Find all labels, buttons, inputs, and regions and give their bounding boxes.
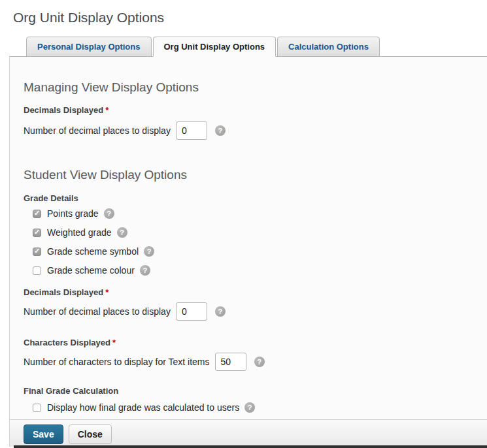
help-icon[interactable]: ? [144, 246, 154, 257]
student-decimals-label: Decimals Displayed* [24, 287, 474, 298]
help-icon[interactable]: ? [254, 357, 265, 367]
managing-decimals-label-text: Decimals Displayed [24, 105, 103, 115]
student-view-heading: Student View Display Options [24, 168, 474, 182]
characters-displayed-label: Characters Displayed* [24, 338, 474, 348]
final-grade-row: ✓ Display how final grade was calculated… [33, 400, 474, 415]
points-grade-checkbox-label[interactable]: Points grade [47, 208, 99, 219]
save-button[interactable]: Save [24, 424, 63, 444]
help-icon[interactable]: ? [215, 306, 226, 317]
tab-personal-display-options[interactable]: Personal Display Options [26, 37, 152, 57]
title-block: Org Unit Display Options Personal Displa… [0, 0, 487, 57]
required-asterisk: * [105, 287, 109, 297]
points-grade-row: ✓ Points grade ? [33, 206, 474, 221]
grade-scheme-colour-checkbox[interactable]: ✓ [33, 266, 41, 275]
tab-bar: Personal Display Options Org Unit Displa… [26, 37, 487, 57]
tab-org-unit-display-options[interactable]: Org Unit Display Options [153, 37, 277, 57]
managing-decimals-field-label: Number of decimal places to display [24, 125, 171, 136]
student-decimals-field-row: Number of decimal places to display ? [24, 302, 474, 321]
student-decimals-input[interactable] [176, 302, 207, 321]
points-grade-checkbox[interactable]: ✓ [33, 210, 41, 218]
characters-displayed-label-text: Characters Displayed [24, 338, 110, 347]
characters-field-label: Number of characters to display for Text… [24, 357, 210, 367]
final-grade-checkbox-label[interactable]: Display how final grade was calculated t… [47, 402, 239, 413]
grade-scheme-colour-row: ✓ Grade scheme colour ? [33, 263, 474, 278]
grade-details-label: Grade Details [24, 193, 474, 204]
managing-view-heading: Managing View Display Options [24, 80, 474, 95]
action-footer: Save Close [10, 419, 487, 447]
tab-panel: Managing View Display Options Decimals D… [9, 56, 487, 447]
weighted-grade-row: ✓ Weighted grade ? [33, 225, 474, 240]
weighted-grade-checkbox-label[interactable]: Weighted grade [47, 227, 112, 238]
checkmark-icon: ✓ [34, 248, 40, 255]
tab-calculation-options[interactable]: Calculation Options [277, 37, 380, 57]
managing-decimals-label: Decimals Displayed* [24, 105, 474, 116]
student-decimals-field-label: Number of decimal places to display [24, 306, 171, 317]
grade-scheme-symbol-row: ✓ Grade scheme symbol ? [33, 244, 474, 259]
grade-scheme-colour-checkbox-label[interactable]: Grade scheme colour [47, 265, 135, 276]
checkmark-icon: ✓ [34, 229, 40, 236]
required-asterisk: * [105, 105, 109, 115]
help-icon[interactable]: ? [117, 227, 127, 238]
help-icon[interactable]: ? [104, 208, 114, 219]
page-title: Org Unit Display Options [13, 9, 487, 26]
bottom-divider-bar [14, 445, 487, 448]
managing-decimals-input[interactable] [176, 121, 207, 140]
help-icon[interactable]: ? [244, 402, 255, 413]
close-button[interactable]: Close [69, 424, 112, 444]
help-icon[interactable]: ? [140, 265, 150, 276]
grade-scheme-symbol-checkbox-label[interactable]: Grade scheme symbol [47, 246, 139, 257]
student-decimals-label-text: Decimals Displayed [24, 287, 103, 297]
tab-panel-content: Managing View Display Options Decimals D… [10, 57, 487, 415]
required-asterisk: * [112, 338, 116, 347]
checkmark-icon: ✓ [34, 210, 40, 217]
final-grade-calculation-label: Final Grade Calculation [24, 386, 474, 396]
weighted-grade-checkbox[interactable]: ✓ [33, 229, 41, 237]
managing-decimals-field-row: Number of decimal places to display ? [24, 121, 474, 140]
grade-scheme-symbol-checkbox[interactable]: ✓ [33, 248, 41, 256]
org-unit-display-options-page: Org Unit Display Options Personal Displa… [0, 0, 487, 448]
characters-field-row: Number of characters to display for Text… [24, 352, 474, 372]
final-grade-checkbox[interactable]: ✓ [33, 404, 41, 412]
characters-input[interactable] [215, 353, 246, 371]
help-icon[interactable]: ? [215, 125, 226, 136]
